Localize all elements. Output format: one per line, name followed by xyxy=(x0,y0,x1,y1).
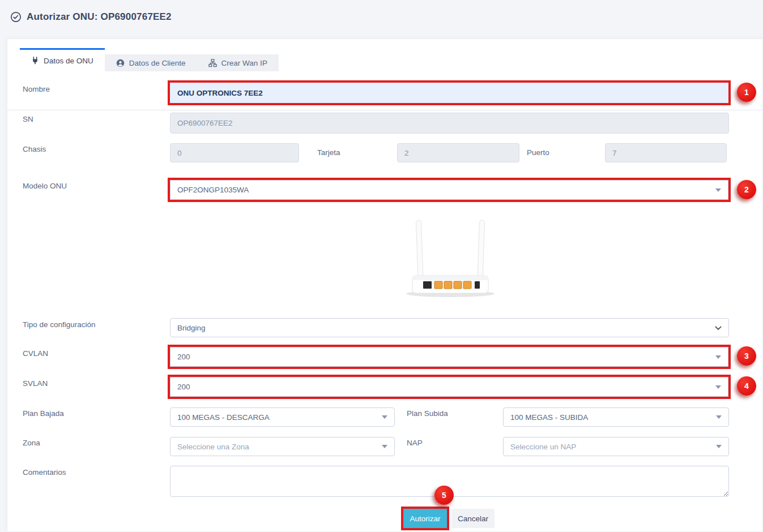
tipo-configuracion-value: Bridging xyxy=(177,324,206,332)
puerto-label: Puerto xyxy=(527,148,549,157)
modelo-onu-value: OPF2ONGP1035WA xyxy=(177,186,249,194)
chasis-label: Chasis xyxy=(23,145,46,153)
nombre-highlight xyxy=(168,80,731,105)
step-marker-5: 5 xyxy=(434,486,454,505)
step-marker-2: 2 xyxy=(737,180,756,199)
plan-bajada-value: 100 MEGAS - DESCARGA xyxy=(177,413,270,422)
tab-label: Crear Wan IP xyxy=(221,59,267,67)
nombre-input[interactable] xyxy=(170,83,728,103)
nap-select[interactable]: Seleccione un NAP xyxy=(503,437,729,456)
tipo-configuracion-select[interactable]: Bridging xyxy=(170,318,729,337)
tabbar-divider xyxy=(7,110,763,110)
sitemap-icon xyxy=(208,59,217,67)
page-title: Autorizar ONU: OP6900767EE2 xyxy=(27,11,172,23)
step-marker-3: 3 xyxy=(737,346,756,366)
tab-bar: Datos de ONU Datos de Cliente Crear Wan … xyxy=(20,48,279,71)
plan-bajada-select[interactable]: 100 MEGAS - DESCARGA xyxy=(170,407,395,427)
cancelar-button[interactable]: Cancelar xyxy=(451,509,495,528)
zona-placeholder: Seleccione una Zona xyxy=(177,443,249,451)
onu-router-photo xyxy=(391,217,510,301)
cvlan-select[interactable]: 200 xyxy=(170,347,728,367)
authorize-onu-page: Autorizar ONU: OP6900767EE2 Datos de ONU… xyxy=(0,0,763,532)
caret-down-icon xyxy=(715,385,721,389)
caret-down-icon xyxy=(715,355,721,359)
tipo-configuracion-label: Tipo de configuración xyxy=(23,320,96,329)
cvlan-value: 200 xyxy=(177,353,190,361)
tab-label: Datos de Cliente xyxy=(129,59,186,67)
plan-subida-select[interactable]: 100 MEGAS - SUBIDA xyxy=(503,407,729,427)
nombre-label: Nombre xyxy=(23,85,50,93)
tarjeta-input xyxy=(397,143,519,162)
plan-bajada-label: Plan Bajada xyxy=(23,409,64,418)
sn-input xyxy=(170,113,729,134)
svlan-value: 200 xyxy=(177,383,190,391)
puerto-input xyxy=(605,143,727,162)
svlan-label: SVLAN xyxy=(23,379,48,388)
cvlan-highlight: 200 xyxy=(168,345,731,369)
chevron-down-icon xyxy=(715,324,722,332)
modelo-onu-highlight: OPF2ONGP1035WA xyxy=(168,178,731,202)
user-circle-icon xyxy=(116,59,125,67)
sn-label: SN xyxy=(23,115,33,123)
svlan-highlight: 200 xyxy=(168,375,731,399)
caret-down-icon xyxy=(382,445,387,448)
svlan-select[interactable]: 200 xyxy=(170,377,728,397)
modelo-onu-select[interactable]: OPF2ONGP1035WA xyxy=(170,180,728,200)
plan-subida-label: Plan Subida xyxy=(407,409,448,418)
tab-datos-de-onu[interactable]: Datos de ONU xyxy=(20,48,105,71)
plug-icon xyxy=(31,57,39,65)
plan-subida-value: 100 MEGAS - SUBIDA xyxy=(510,413,588,422)
caret-down-icon xyxy=(382,415,387,419)
caret-down-icon xyxy=(716,415,722,419)
caret-down-icon xyxy=(716,445,722,448)
zona-select[interactable]: Seleccione una Zona xyxy=(170,437,395,456)
check-circle-icon xyxy=(10,11,22,23)
modelo-onu-label: Modelo ONU xyxy=(23,182,67,190)
step-marker-4: 4 xyxy=(737,376,756,396)
nap-placeholder: Seleccione un NAP xyxy=(510,443,576,451)
autorizar-highlight: Autorizar xyxy=(401,507,449,530)
nap-label: NAP xyxy=(407,439,423,447)
tab-label: Datos de ONU xyxy=(44,57,93,65)
tab-datos-de-cliente[interactable]: Datos de Cliente xyxy=(105,54,197,71)
caret-down-icon xyxy=(715,188,721,192)
tab-crear-wan-ip[interactable]: Crear Wan IP xyxy=(197,54,279,71)
zona-label: Zona xyxy=(23,439,40,447)
autorizar-button[interactable]: Autorizar xyxy=(403,509,447,528)
cvlan-label: CVLAN xyxy=(23,349,48,358)
step-marker-1: 1 xyxy=(737,83,756,102)
comentarios-label: Comentarios xyxy=(23,468,66,477)
tarjeta-label: Tarjeta xyxy=(317,148,340,157)
page-header: Autorizar ONU: OP6900767EE2 xyxy=(10,11,172,23)
chasis-input xyxy=(170,143,299,162)
